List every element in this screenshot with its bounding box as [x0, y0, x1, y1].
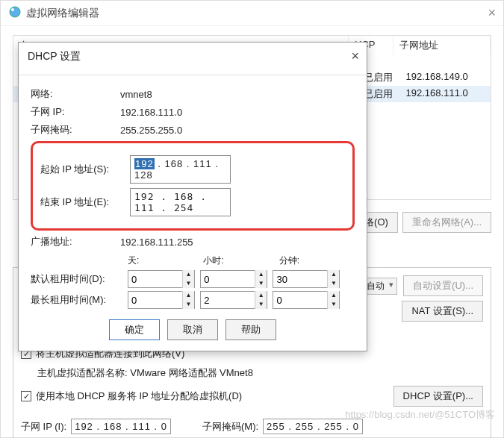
default-hour-spin[interactable]: ▲▼: [200, 270, 267, 288]
max-hour-spin[interactable]: ▲▼: [200, 291, 267, 309]
subnet-mask-value-d: 255.255.255.0: [120, 125, 182, 136]
end-ip-input[interactable]: 192 . 168 . 111 . 254: [130, 188, 231, 216]
main-close-icon[interactable]: ×: [488, 5, 496, 21]
dhcp-dialog: DHCP 设置 × 网络:vmnet8 子网 IP:192.168.111.0 …: [18, 42, 367, 351]
use-dhcp-label: 使用本地 DHCP 服务将 IP 地址分配给虚拟机(D): [36, 389, 242, 403]
th-subnet: 子网地址: [393, 36, 491, 55]
cancel-button[interactable]: 取消: [167, 319, 218, 340]
rename-network-button[interactable]: 重命名网络(A)...: [402, 212, 491, 233]
subnet-ip-label-d: 子网 IP:: [31, 105, 120, 119]
auto-settings-button[interactable]: 自动设置(U)...: [403, 275, 483, 296]
start-ip-input[interactable]: 192 . 168 . 111 . 128: [130, 155, 231, 184]
adapter-name-line: 主机虚拟适配器名称: VMware 网络适配器 VMnet8: [37, 366, 483, 380]
app-icon: [8, 5, 26, 21]
default-minute-spin[interactable]: ▲▼: [273, 270, 340, 288]
td-subnet-0: [400, 55, 491, 69]
td-subnet-2: 192.168.111.0: [400, 86, 491, 102]
broadcast-label: 广播地址:: [31, 235, 120, 248]
svg-point-1: [11, 8, 14, 11]
start-ip-label: 起始 IP 地址(S):: [40, 163, 130, 176]
subnet-ip-input[interactable]: 192 . 168 . 111 . 0: [71, 419, 171, 434]
main-titlebar: 虚拟网络编辑器 ×: [1, 1, 503, 26]
svg-point-0: [10, 7, 20, 17]
use-dhcp-checkbox[interactable]: [21, 391, 31, 401]
max-minute-spin[interactable]: ▲▼: [273, 291, 340, 309]
dialog-title: DHCP 设置: [28, 50, 351, 63]
dhcp-settings-button[interactable]: DHCP 设置(P)...: [393, 386, 483, 407]
default-lease-label: 默认租用时间(D):: [31, 272, 128, 286]
subnet-mask-label-d: 子网掩码:: [31, 123, 120, 137]
nat-settings-button[interactable]: NAT 设置(S)...: [402, 301, 483, 322]
broadcast-value: 192.168.111.255: [120, 237, 193, 248]
td-subnet-1: 192.168.149.0: [400, 69, 491, 86]
subnet-ip-label: 子网 IP (I):: [21, 420, 66, 434]
ok-button[interactable]: 确定: [109, 319, 160, 340]
default-day-spin[interactable]: ▲▼: [128, 270, 195, 288]
col-minute: 分钟:: [279, 254, 355, 267]
main-title: 虚拟网络编辑器: [26, 7, 488, 20]
end-ip-label: 结束 IP 地址(E):: [40, 195, 130, 209]
max-day-spin[interactable]: ▲▼: [128, 291, 195, 309]
network-value: vmnet8: [120, 89, 152, 100]
subnet-ip-value-d: 192.168.111.0: [120, 107, 182, 118]
dialog-close-icon[interactable]: ×: [351, 49, 359, 64]
col-hour: 小时:: [203, 254, 279, 267]
subnet-mask-input[interactable]: 255 . 255 . 255 . 0: [263, 419, 363, 434]
max-lease-label: 最长租用时间(M):: [31, 293, 128, 307]
subnet-mask-label: 子网掩码(M):: [202, 420, 258, 434]
network-label: 网络:: [31, 87, 120, 101]
col-day: 天:: [128, 254, 203, 267]
highlight-box: 起始 IP 地址(S): 192 . 168 . 111 . 128 结束 IP…: [31, 141, 355, 231]
help-button[interactable]: 帮助: [225, 319, 276, 340]
